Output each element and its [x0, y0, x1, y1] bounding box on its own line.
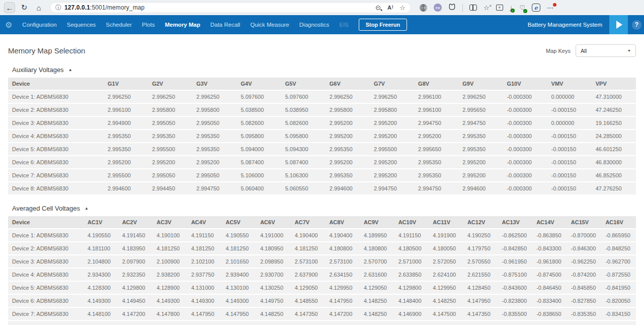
nav-item-configuration[interactable]: Configuration	[17, 22, 61, 28]
table-row: Device 1: ADBMS68304.1905504.1914504.190…	[8, 229, 636, 242]
map-keys-select[interactable]: All ▼	[576, 44, 636, 57]
value-cell: 2.994900	[104, 117, 148, 130]
value-cell: 4.148250	[429, 295, 463, 308]
help-button[interactable]: ?	[632, 20, 641, 30]
refresh-button[interactable]: ↻	[19, 2, 30, 13]
ie-mode-icon[interactable]: e	[532, 4, 540, 12]
value-cell: 46.601250	[592, 143, 636, 156]
section-toggle-auxiliary-voltages[interactable]: Auxiliary Voltages ▲	[12, 66, 636, 74]
nav-item-data-recall[interactable]: Data Recall	[205, 22, 245, 28]
address-bar[interactable]: ⓘ 127.0.0.1:5001/memory_map A ☆	[50, 2, 411, 13]
site-info-icon[interactable]: ⓘ	[55, 4, 61, 12]
value-cell: -0.799500	[567, 321, 602, 325]
value-cell: 4.191150	[394, 229, 429, 242]
gear-icon[interactable]: ⚙	[5, 20, 12, 30]
section-toggle-averaged-cell-voltages[interactable]: Averaged Cell Voltages ▲	[12, 205, 636, 212]
split-screen-icon[interactable]	[469, 5, 477, 11]
value-cell: 4.129050	[360, 282, 394, 295]
value-cell: -0.834150	[601, 308, 636, 321]
value-cell: -0.827850	[567, 295, 602, 308]
value-cell: 4.191000	[256, 229, 291, 242]
table-header-row: DeviceAC1VAC2VAC3VAC4VAC5VAC6VAC7VAC8VAC…	[8, 216, 636, 229]
nav-item-sequences[interactable]: Sequences	[62, 22, 101, 28]
value-cell: 4.190550	[84, 229, 118, 242]
value-cell: 46.852500	[592, 169, 636, 182]
collapse-icon: ▲	[85, 206, 89, 211]
value-cell: 2.994600	[104, 182, 148, 196]
nav-item-diagnostics[interactable]: Diagnostics	[294, 22, 334, 28]
value-cell: 4.190400	[325, 229, 360, 242]
value-cell: 2.995350	[414, 169, 458, 182]
extension-icon-1[interactable]	[420, 4, 427, 12]
value-cell: 2.995350	[458, 130, 503, 143]
browser-menu-button[interactable]: ⋯	[547, 4, 554, 12]
favorite-star-icon[interactable]: ☆	[399, 4, 406, 12]
value-cell: 2.100900	[152, 255, 187, 269]
nav-item-scheduler[interactable]: Scheduler	[101, 22, 137, 28]
value-cell: 2.937750	[187, 269, 222, 282]
nav-item-quick-measure[interactable]: Quick Measure	[245, 22, 294, 28]
downloads-button[interactable]: ↓ ✓	[510, 4, 513, 11]
value-cell: 4.190400	[291, 229, 326, 242]
value-cell: 4.129800	[118, 282, 153, 295]
table-row: Device 6: ADBMS68304.1493004.1494504.149…	[8, 295, 636, 308]
value-cell: 2.938200	[152, 269, 187, 282]
table-row: Device 1: ADBMS68302.9962502.9962502.996…	[8, 91, 636, 104]
value-cell: 4.148250	[360, 308, 394, 321]
value-cell: 2.995200	[458, 156, 503, 169]
value-cell: 4.131000	[187, 282, 222, 295]
value-cell: 4.147350	[463, 308, 498, 321]
value-cell: -0.862500	[498, 229, 533, 242]
value-cell: 4.185000	[84, 321, 118, 325]
value-cell: 4.185450	[291, 321, 326, 325]
back-button[interactable]: ←	[4, 2, 15, 13]
read-aloud-icon[interactable]: A	[387, 5, 392, 11]
value-cell: 2.098950	[256, 255, 291, 269]
extension-icon-2[interactable]	[448, 3, 456, 13]
device-cell: Device 4: ADBMS6830	[8, 269, 84, 282]
table-row: Device 4: ADBMS68302.9343002.9323502.938…	[8, 269, 636, 282]
value-cell: -0.870000	[567, 229, 602, 242]
profile-avatar[interactable]: me	[434, 4, 442, 12]
favorites-bar-icon[interactable]: ☆	[484, 4, 490, 12]
value-cell: 2.102100	[187, 255, 222, 269]
browser-essentials-button[interactable]: ♡ ✓	[519, 4, 525, 12]
value-cell: 4.129050	[291, 282, 326, 295]
value-cell: 2.995350	[458, 143, 503, 156]
device-cell: Device 7: ADBMS6830	[8, 169, 104, 182]
home-button[interactable]: ⌂	[33, 2, 44, 13]
value-cell: 2.995500	[104, 169, 148, 182]
value-cell: 5.038500	[236, 104, 281, 117]
value-cell: 4.185450	[187, 321, 222, 325]
value-cell: 2.994750	[370, 182, 414, 196]
value-cell: 2.995200	[414, 130, 458, 143]
value-cell: 2.995350	[192, 143, 236, 156]
value-cell: 4.189950	[360, 229, 394, 242]
value-cell: 4.148550	[291, 295, 326, 308]
column-header: AC1V	[84, 216, 118, 229]
device-cell: Device 4: ADBMS6830	[8, 130, 104, 143]
nav-item-memory-map[interactable]: Memory Map	[160, 22, 205, 28]
collections-icon[interactable]: +	[496, 5, 503, 11]
value-cell: 4.180950	[256, 242, 291, 255]
value-cell: 0.000000	[547, 91, 592, 104]
value-cell: 4.129950	[429, 282, 463, 295]
column-header: G8V	[414, 78, 458, 91]
value-cell: -0.000150	[547, 104, 592, 117]
value-cell: -0.000150	[547, 169, 592, 182]
stop-freerun-button[interactable]: Stop Freerun	[359, 19, 407, 31]
table-row: Device 2: ADBMS68304.1811004.1839504.181…	[8, 242, 636, 255]
device-cell: Device 5: ADBMS6830	[8, 143, 104, 156]
column-header: AC9V	[360, 216, 394, 229]
zoom-icon[interactable]	[376, 6, 380, 10]
column-header: AC16V	[601, 216, 636, 229]
value-cell: 2.995800	[148, 104, 192, 117]
value-cell: 2.573100	[325, 255, 360, 269]
run-button[interactable]	[609, 15, 628, 34]
nav-item-plots[interactable]: Plots	[137, 22, 160, 28]
value-cell: 2.995350	[104, 143, 148, 156]
value-cell: 2.995800	[192, 104, 236, 117]
value-cell: 4.147950	[187, 308, 222, 321]
url-text: 127.0.0.1:5001/memory_map	[64, 4, 373, 11]
value-cell: -0.800700	[532, 321, 567, 325]
